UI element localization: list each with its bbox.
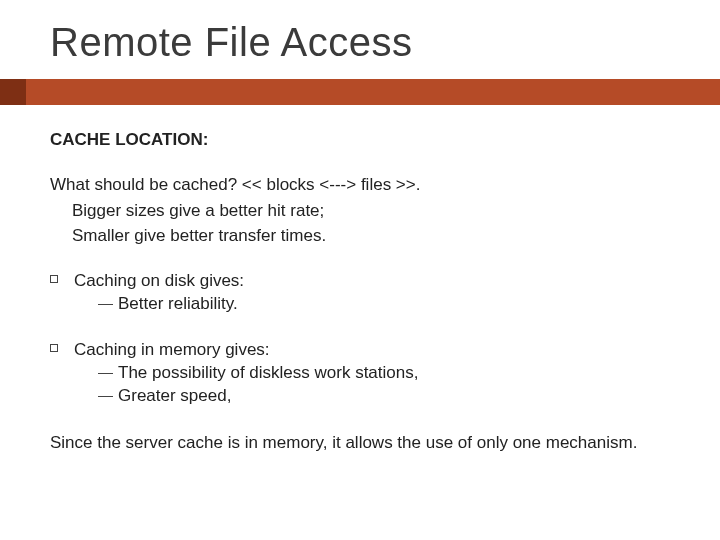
intro-line: What should be cached? << blocks <---> f…: [50, 174, 670, 195]
bullet-group-2: Caching in memory gives: — The possibili…: [50, 339, 670, 407]
content-area: CACHE LOCATION: What should be cached? <…: [50, 129, 670, 454]
bullet-lead: Caching in memory gives:: [74, 339, 270, 360]
accent-band: [0, 79, 720, 105]
dash-bullet-icon: —: [98, 386, 112, 405]
sub-item-text: The possibility of diskless work station…: [118, 362, 418, 383]
intro-sub-2: Smaller give better transfer times.: [50, 225, 670, 246]
bullet-group-1: Caching on disk gives: — Better reliabil…: [50, 270, 670, 315]
section-heading: CACHE LOCATION:: [50, 129, 670, 150]
bullet-lead: Caching on disk gives:: [74, 270, 244, 291]
sub-list-item: — Better reliability.: [50, 293, 670, 314]
sub-item-text: Greater speed,: [118, 385, 231, 406]
sub-list-item: — Greater speed,: [50, 385, 670, 406]
sub-list-item: — The possibility of diskless work stati…: [50, 362, 670, 383]
page-title: Remote File Access: [50, 20, 670, 65]
closing-text: Since the server cache is in memory, it …: [50, 432, 670, 453]
slide: Remote File Access CACHE LOCATION: What …: [0, 0, 720, 540]
list-item: Caching in memory gives:: [50, 339, 670, 360]
dash-bullet-icon: —: [98, 294, 112, 313]
list-item: Caching on disk gives:: [50, 270, 670, 291]
square-bullet-icon: [50, 275, 58, 283]
intro-sub-1: Bigger sizes give a better hit rate;: [50, 200, 670, 221]
square-bullet-icon: [50, 344, 58, 352]
sub-item-text: Better reliability.: [118, 293, 238, 314]
dash-bullet-icon: —: [98, 363, 112, 382]
